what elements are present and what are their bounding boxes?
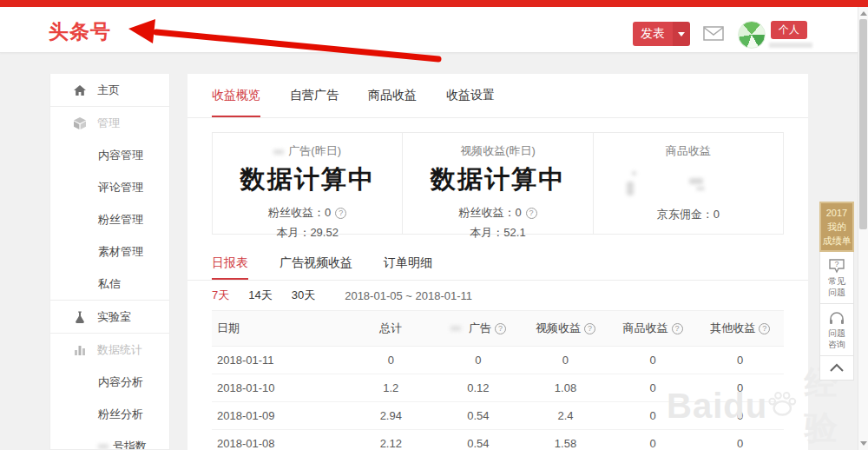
sidebar-item-material-manage[interactable]: 素材管理 — [50, 235, 169, 268]
help-icon[interactable]: ? — [672, 323, 683, 334]
personal-badge[interactable]: 个人 — [771, 21, 807, 39]
help-icon[interactable]: ? — [526, 208, 537, 219]
year-line: 成绩单 — [821, 234, 852, 248]
cell-date: 2018-01-10 — [212, 381, 347, 394]
toutiao-logo[interactable]: 头条号 — [49, 18, 111, 45]
publish-button-group[interactable]: 发表 — [633, 22, 690, 46]
faq-bubble-icon: ? — [828, 258, 845, 274]
table-row: 2018-01-11 0 0 0 0 0 — [212, 347, 784, 374]
username-redacted — [769, 43, 812, 48]
sidebar-item-home[interactable]: 主页 — [50, 74, 169, 106]
card-title: 广告(昨日) — [213, 143, 402, 159]
cell-product: 0 — [609, 354, 697, 367]
ad-earnings-card: 广告(昨日) 数据计算中 粉丝收益：0 ? 本月：29.52 — [213, 133, 402, 234]
consult-widget[interactable]: 问题 咨询 — [819, 304, 854, 356]
date-filters: 7天 14天 30天 2018-01-05 ~ 2018-01-11 — [212, 281, 784, 310]
help-icon[interactable]: ? — [584, 323, 595, 334]
sidebar: 主页 管理 内容管理 评论管理 粉丝管理 素材管理 私信 实验室 数据统计 内容… — [49, 74, 170, 450]
col-other: 其他收益 ? — [696, 321, 784, 336]
table-row: 2018-01-08 2.12 0.54 1.58 0 0 — [212, 430, 784, 450]
publish-button[interactable]: 发表 — [633, 22, 673, 46]
tab-earnings-settings[interactable]: 收益设置 — [446, 74, 495, 117]
cell-product: 0 — [609, 409, 697, 422]
top-accent-strip — [0, 0, 868, 7]
help-icon[interactable]: ? — [495, 323, 506, 334]
tab-earnings-overview[interactable]: 收益概览 — [212, 74, 260, 117]
year-report-badge[interactable]: 2017 我的 成绩单 — [819, 202, 854, 252]
year-line: 2017 — [821, 206, 852, 220]
cell-product: 0 — [609, 381, 697, 394]
col-total: 总计 — [347, 321, 435, 336]
month-earnings-line: 本月：29.52 — [213, 225, 402, 241]
flask-icon — [73, 310, 87, 324]
help-icon[interactable]: ? — [759, 323, 770, 334]
sidebar-item-lab[interactable]: 实验室 — [50, 300, 169, 333]
sidebar-item-index[interactable]: 号指数 — [50, 430, 169, 450]
fans-earnings-line: 粉丝收益：0 ? — [213, 205, 402, 221]
redacted-smudge — [273, 149, 284, 155]
cell-date: 2018-01-09 — [212, 409, 347, 422]
faq-widget[interactable]: ? 常见 问题 — [819, 252, 854, 304]
bar-chart-icon — [73, 343, 87, 357]
cell-total: 1.2 — [347, 381, 435, 394]
sidebar-item-label: 私信 — [98, 276, 121, 292]
summary-cards: 广告(昨日) 数据计算中 粉丝收益：0 ? 本月：29.52 视频收益(昨日) … — [212, 132, 784, 235]
scroll-down-arrow[interactable] — [860, 441, 867, 446]
back-to-top-button[interactable] — [819, 356, 854, 381]
cell-ad: 0 — [435, 354, 523, 367]
avatar[interactable] — [738, 21, 766, 49]
redacted-area — [594, 159, 783, 202]
help-icon[interactable]: ? — [335, 208, 346, 219]
card-value: 数据计算中 — [213, 162, 402, 197]
tab-product-earnings[interactable]: 商品收益 — [368, 74, 417, 117]
cell-ad: 0.54 — [435, 437, 523, 450]
sidebar-item-data-statistics[interactable]: 数据统计 — [50, 333, 169, 366]
card-value: 数据计算中 — [403, 162, 592, 197]
earnings-panel: 收益概览 自营广告 商品收益 收益设置 广告(昨日) 数据计算中 粉丝收益：0 … — [187, 74, 808, 450]
col-date: 日期 — [212, 321, 347, 336]
scrollbar-thumb[interactable] — [859, 19, 867, 229]
mail-icon[interactable] — [703, 26, 724, 44]
table-row: 2018-01-10 1.2 0.12 1.08 0 0 — [212, 374, 784, 402]
faq-label: 常见 — [820, 275, 853, 287]
sidebar-item-fans-manage[interactable]: 粉丝管理 — [50, 203, 169, 235]
scroll-up-arrow[interactable] — [860, 11, 867, 16]
sidebar-item-label: 管理 — [97, 116, 120, 131]
sidebar-item-fans-analysis[interactable]: 粉丝分析 — [50, 398, 169, 430]
subtab-order-details[interactable]: 订单明细 — [384, 247, 432, 280]
daily-earnings-table: 日期 总计 广告 ? 视频收益 ? 商品收益 ? 其他收益 ? 2018-01-… — [212, 310, 784, 450]
range-14d[interactable]: 14天 — [248, 288, 272, 303]
card-title: 视频收益(昨日) — [403, 143, 592, 159]
sidebar-item-comment-manage[interactable]: 评论管理 — [50, 171, 169, 203]
cell-video: 2.4 — [522, 409, 609, 422]
month-earnings-line: 本月：52.1 — [403, 225, 592, 241]
publish-dropdown-button[interactable] — [673, 22, 690, 46]
sidebar-item-private-message[interactable]: 私信 — [50, 268, 169, 300]
cell-ad: 0.12 — [435, 381, 523, 394]
cell-date: 2018-01-08 — [212, 437, 347, 450]
sidebar-item-label: 主页 — [97, 83, 120, 98]
range-7d[interactable]: 7天 — [212, 288, 229, 303]
consult-label: 问题 — [820, 328, 853, 339]
report-subtabs: 日报表 广告视频收益 订单明细 — [187, 247, 808, 281]
home-icon — [73, 83, 87, 97]
subtab-ad-video-earnings[interactable]: 广告视频收益 — [279, 247, 352, 280]
headset-icon — [828, 310, 845, 326]
tab-self-ads[interactable]: 自营广告 — [290, 74, 339, 117]
sidebar-item-label: 内容分析 — [98, 374, 143, 390]
cell-ad: 0.54 — [435, 409, 523, 422]
col-product: 商品收益 ? — [609, 321, 697, 336]
scrollbar[interactable] — [858, 7, 868, 450]
range-30d[interactable]: 30天 — [292, 288, 315, 303]
card-title: 商品收益 — [594, 143, 783, 159]
sidebar-item-manage[interactable]: 管理 — [50, 106, 169, 139]
sidebar-item-content-analysis[interactable]: 内容分析 — [50, 366, 169, 398]
sidebar-item-content-manage[interactable]: 内容管理 — [50, 139, 169, 171]
col-video: 视频收益 ? — [522, 321, 609, 336]
sidebar-item-label: 数据统计 — [97, 342, 142, 358]
product-earnings-card: 商品收益 京东佣金：0 — [593, 133, 783, 234]
subtab-daily-report[interactable]: 日报表 — [212, 247, 248, 280]
cell-product: 0 — [609, 437, 697, 450]
sidebar-item-label: 粉丝管理 — [98, 212, 143, 228]
cell-other: 0 — [696, 354, 784, 367]
